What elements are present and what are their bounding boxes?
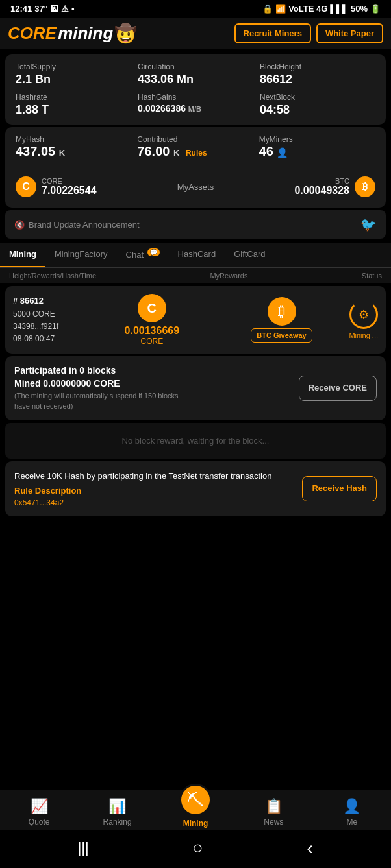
phone-menu-button[interactable]: |||	[78, 839, 89, 856]
my-hash-stat: MyHash 437.05 K	[16, 135, 132, 159]
stats-grid: TotalSupply 2.1 Bn Circulation 433.06 Mn…	[16, 62, 375, 117]
myhash-card: MyHash 437.05 K Contributed 76.00 K Rule…	[5, 127, 386, 208]
ranking-icon: 📊	[108, 798, 126, 815]
my-hash-label: MyHash	[16, 135, 132, 144]
next-block-value: 04:58	[260, 103, 375, 117]
core-asset: C CORE 7.00226544	[16, 176, 97, 197]
white-paper-button[interactable]: White Paper	[316, 23, 383, 44]
status-bar: 12:41 37° 🖼 ⚠ • 🔒 📶 VoLTE 4G ▌▌▌ 50% 🔋	[0, 0, 391, 18]
participation-title: Participated in 0 blocks	[14, 365, 183, 376]
receive-hash-rule[interactable]: Rule Description	[14, 486, 271, 496]
nav-me-label: Me	[346, 817, 357, 826]
tab-mining[interactable]: Mining	[0, 243, 45, 267]
my-hash-value: 437.05 K	[16, 144, 132, 159]
news-icon: 📋	[265, 798, 283, 815]
rules-link[interactable]: Rules	[186, 149, 207, 158]
btc-asset: BTC 0.00049328 ₿	[294, 176, 375, 197]
mining-rewards: 5000 CORE	[13, 308, 84, 320]
status-temp: 37°	[34, 4, 47, 14]
mining-status: Mining ...	[349, 300, 378, 339]
tabs-bar: Mining MiningFactory Chat 💬 HashCard Gif…	[0, 243, 391, 268]
nav-mining-center[interactable]: ⛏ Mining	[176, 797, 215, 828]
hash-gains-stat: HashGains 0.00266386 M/B	[138, 93, 253, 117]
battery-icon: 🔋	[370, 4, 381, 14]
status-left: 12:41 37° 🖼 ⚠ •	[10, 4, 74, 14]
circulation-value: 433.06 Mn	[138, 73, 253, 86]
core-label: CORE	[141, 337, 164, 346]
announcement-bar[interactable]: 🔇 Brand Update Announcement 🐦	[5, 210, 386, 239]
phone-controls: ||| ○ ‹	[0, 830, 391, 868]
status-dot: •	[71, 4, 75, 14]
phone-nav: 📈 Quote 📊 Ranking ⛏ Mining 📋 News 👤 Me |…	[0, 790, 391, 868]
btc-giveaway-button[interactable]: BTC Giveaway	[251, 328, 312, 343]
recruit-miners-button[interactable]: Recruit Miners	[234, 23, 311, 44]
me-icon: 👤	[343, 798, 360, 815]
nav-quote[interactable]: 📈 Quote	[19, 798, 58, 826]
mining-info: # 86612 5000 CORE 34398...f921f 08-08 00…	[13, 295, 84, 345]
mining-row: # 86612 5000 CORE 34398...f921f 08-08 00…	[5, 286, 386, 354]
receive-hash-button[interactable]: Receive Hash	[302, 476, 377, 501]
tab-giftcard[interactable]: GiftCard	[225, 243, 274, 267]
tab-miningfactory[interactable]: MiningFactory	[45, 243, 117, 267]
phone-back-button[interactable]: ‹	[307, 837, 313, 859]
receive-hash-title: Receive 10K Hash by participating in the…	[14, 470, 271, 482]
btc-icon: ₿	[355, 176, 375, 197]
status-wifi-icon: 📶	[275, 4, 286, 14]
table-header-center: MyRewards	[210, 272, 247, 280]
status-image-icon: 🖼	[50, 4, 58, 14]
my-assets-label: MyAssets	[177, 182, 214, 192]
app-logo: CORE mining 🤠	[8, 23, 137, 44]
status-time: 12:41	[10, 4, 32, 14]
status-battery: 50%	[351, 4, 368, 14]
core-amount: 0.00136669	[125, 325, 180, 337]
btc-value: 0.00049328	[294, 185, 349, 197]
nav-me[interactable]: 👤 Me	[333, 798, 372, 826]
status-right: 🔒 📶 VoLTE 4G ▌▌▌ 50% 🔋	[262, 4, 381, 14]
total-supply-label: TotalSupply	[16, 62, 131, 71]
nav-ranking-label: Ranking	[103, 817, 132, 826]
contributed-stat: Contributed 76.00 K Rules	[137, 135, 253, 159]
core-name: CORE	[42, 177, 97, 185]
receive-hash-info: Receive 10K Hash by participating in the…	[14, 470, 271, 507]
hash-gains-label: HashGains	[138, 93, 253, 102]
mining-status-label: Mining ...	[349, 332, 378, 339]
mining-hash: 34398...f921f	[13, 320, 84, 333]
next-block-label: NextBlock	[260, 93, 375, 102]
next-block-stat: NextBlock 04:58	[260, 93, 375, 117]
circulation-stat: Circulation 433.06 Mn	[138, 62, 253, 86]
logo-core: CORE	[8, 23, 57, 43]
btc-giveaway: ₿ BTC Giveaway	[220, 297, 344, 343]
mining-spinner-icon	[349, 300, 378, 329]
nav-ranking[interactable]: 📊 Ranking	[98, 798, 137, 826]
phone-home-button[interactable]: ○	[192, 838, 203, 858]
contributed-value: 76.00 K Rules	[137, 144, 253, 159]
nav-mining-label: Mining	[183, 819, 208, 828]
header-buttons: Recruit Miners White Paper	[234, 23, 383, 44]
nav-news[interactable]: 📋 News	[254, 798, 293, 826]
block-height-label: BlockHeight	[260, 62, 375, 71]
status-signal-bars: ▌▌▌	[330, 4, 348, 14]
mining-time: 08-08 00:47	[13, 333, 84, 345]
hashrate-stat: Hashrate 1.88 T	[16, 93, 131, 117]
status-signal-text: VoLTE 4G	[288, 4, 327, 14]
my-miners-value: 46 👤	[259, 144, 375, 159]
logo-mascot-icon: 🤠	[114, 23, 137, 44]
btc-giveaway-icon: ₿	[268, 297, 296, 326]
receive-hash-block: Receive 10K Hash by participating in the…	[5, 461, 386, 516]
core-reward: C 0.00136669 CORE	[90, 294, 214, 346]
twitter-icon[interactable]: 🐦	[360, 217, 377, 232]
status-warn-icon: ⚠	[61, 4, 69, 14]
receive-core-button[interactable]: Receive CORE	[299, 376, 377, 401]
tab-chat[interactable]: Chat 💬	[117, 243, 169, 267]
announcement-text: 🔇 Brand Update Announcement	[14, 220, 140, 230]
hashrate-value: 1.88 T	[16, 103, 131, 117]
core-icon: C	[16, 176, 36, 197]
quote-icon: 📈	[31, 798, 48, 815]
no-reward-text: No block reward, waiting for the block..…	[122, 436, 270, 446]
my-miners-stat: MyMiners 46 👤	[259, 135, 375, 159]
block-height-stat: BlockHeight 86612	[260, 62, 375, 86]
contributed-label: Contributed	[137, 135, 253, 144]
tab-hashcard[interactable]: HashCard	[169, 243, 225, 267]
participation-mined: Mined 0.00000000 CORE	[14, 378, 183, 389]
block-height-value: 86612	[260, 73, 375, 86]
